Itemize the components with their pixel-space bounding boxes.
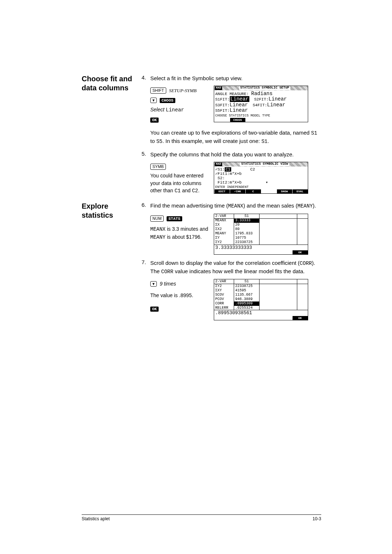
side-heading-explore: Explore statistics	[82, 202, 135, 220]
side-heading-fit: Choose fit and data columns	[82, 74, 135, 93]
calc-screen-symb: RAD STATISTICS SYMBOLIC VIEW ✓S1:C1 C2 ✓…	[214, 162, 308, 194]
ok-softkey-2: OK	[150, 307, 159, 312]
key-shift-setup: SHIFT SETUP-SYMB	[150, 86, 214, 95]
step4-text: Select a fit in the Symbolic setup view.	[150, 74, 321, 82]
step7-action: ▼ 9 times	[150, 279, 214, 289]
step4-after: You can create up to five explorations o…	[150, 129, 321, 145]
step5-note: You could have entered your data into co…	[150, 172, 214, 194]
down-arrow-icon-2: ▼	[150, 281, 157, 287]
step6-text: Find the mean advertising time (MEANX) a…	[150, 202, 321, 210]
setup-symb-label: SETUP-SYMB	[169, 88, 197, 93]
ok-softkey-1: OK	[150, 118, 159, 123]
step6-num: 6.	[142, 202, 150, 210]
calc-screen-setup: RAD STATISTICS SYMBOLIC SETUP ANGLE MEAS…	[214, 86, 308, 122]
choos-softkey: CHOOS	[160, 98, 175, 103]
down-arrow-icon: ▼	[150, 98, 157, 103]
stats-softkey: STATS	[167, 216, 182, 221]
footer-title: Statistics aplet	[82, 516, 110, 521]
step5-num: 5.	[142, 151, 150, 158]
select-linear: Select Linear	[150, 105, 214, 115]
step7-note: The value is .8995.	[150, 292, 214, 299]
step6-note: MEANX is 3.3 minutes and MEANY is about …	[150, 225, 214, 241]
stats-table-2: 2-VARS1 ΣY222338725 ΣXY41595 SCOV1135.66…	[214, 279, 308, 320]
shift-key: SHIFT	[150, 87, 166, 94]
step7-num: 7.	[142, 259, 150, 275]
step4-num: 4.	[142, 74, 150, 82]
num-key: NUM	[150, 216, 164, 222]
stats-table-1: 2-VARS1 MEANX3.33333 ΣX20 ΣX280 MEANY179…	[214, 214, 308, 255]
footer-page: 10-3	[313, 516, 321, 521]
step5-text: Specify the columns that hold the data y…	[150, 151, 321, 158]
symb-key: SYMB	[150, 164, 166, 170]
step7-text: Scroll down to display the value for the…	[150, 259, 321, 275]
key-down-choos: ▼ CHOOS	[150, 95, 214, 105]
